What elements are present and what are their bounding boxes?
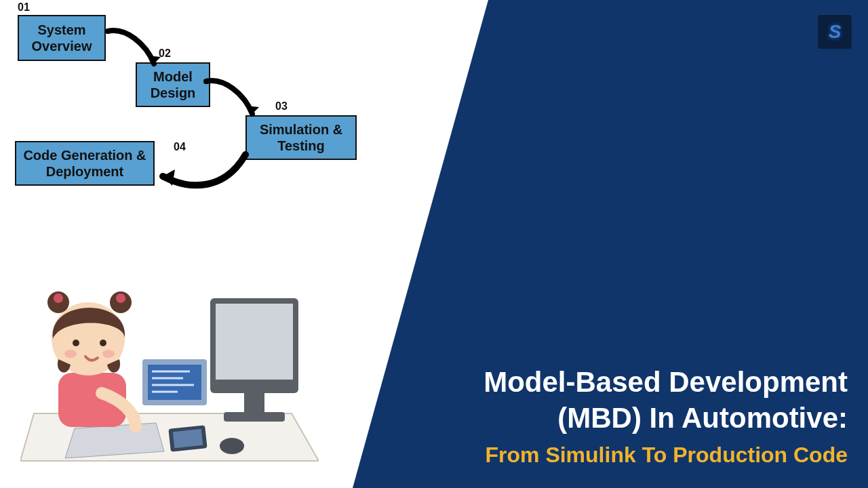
svg-point-25 [100, 340, 106, 346]
svg-rect-6 [244, 393, 264, 413]
girl-at-computer-illustration [20, 258, 319, 474]
svg-rect-5 [216, 304, 293, 380]
angled-panel: S Model-Based Development (MBD) In Autom… [353, 0, 868, 488]
svg-marker-2 [163, 169, 175, 186]
step-number-2: 02 [159, 47, 171, 60]
step-box-code-generation: Code Generation & Deployment [15, 141, 155, 186]
svg-rect-15 [173, 429, 203, 448]
subtitle: From Simulink To Production Code [484, 443, 848, 468]
svg-point-26 [64, 350, 77, 358]
step-number-4: 04 [174, 141, 186, 153]
svg-point-22 [54, 293, 63, 303]
svg-point-16 [220, 438, 244, 454]
svg-rect-9 [148, 365, 201, 400]
step-box-simulation-testing: Simulation & Testing [245, 115, 357, 160]
step-number-3: 03 [275, 100, 288, 113]
step-box-system-overview: System Overview [18, 15, 106, 61]
svg-point-23 [116, 293, 125, 303]
logo-letter: S [829, 21, 842, 43]
title-block: Model-Based Development (MBD) In Automot… [484, 365, 848, 468]
logo-badge: S [818, 15, 852, 49]
arrow-3-to-4-icon [151, 149, 252, 197]
svg-point-27 [102, 350, 115, 358]
svg-marker-1 [245, 106, 259, 114]
step-box-model-design: Model Design [136, 62, 210, 107]
svg-rect-7 [224, 412, 285, 422]
step-number-1: 01 [18, 1, 30, 14]
mbd-flow-diagram: 01 System Overview 02 Model Design 03 Si… [0, 0, 420, 230]
svg-point-24 [73, 340, 79, 346]
title-line-1: Model-Based Development [484, 365, 848, 401]
title-line-2: (MBD) In Automotive: [484, 401, 848, 436]
